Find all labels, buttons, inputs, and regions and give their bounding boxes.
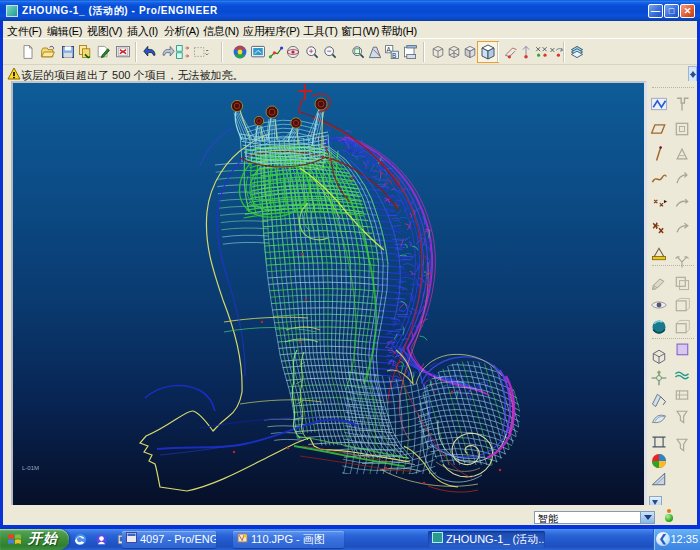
svg-text:A: A [386,46,391,53]
svg-text:B: B [392,52,396,59]
svg-text:L-01M: L-01M [22,465,39,471]
